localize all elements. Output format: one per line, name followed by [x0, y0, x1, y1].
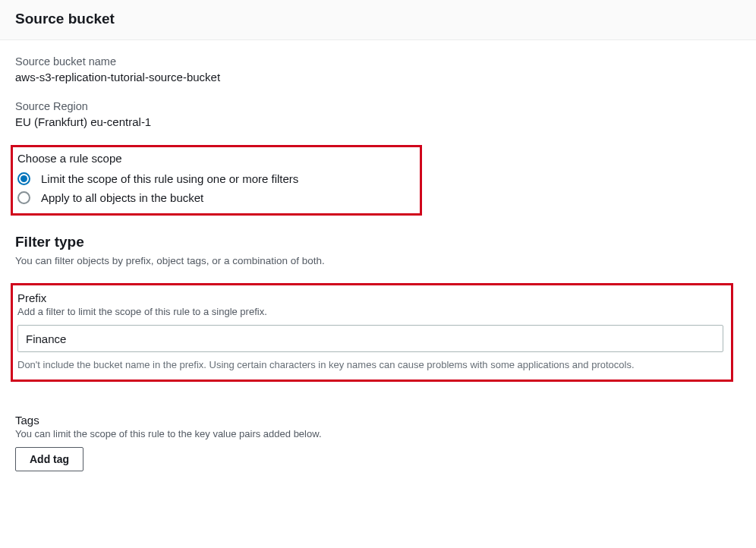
rule-scope-highlight: Choose a rule scope Limit the scope of t…	[11, 145, 422, 216]
source-bucket-name-block: Source bucket name aws-s3-replication-tu…	[15, 55, 741, 83]
panel-body: Source bucket name aws-s3-replication-tu…	[0, 40, 756, 388]
source-bucket-name-value: aws-s3-replication-tutorial-source-bucke…	[15, 71, 741, 83]
tags-desc: You can limit the scope of this rule to …	[15, 428, 741, 439]
prefix-desc: Add a filter to limit the scope of this …	[17, 306, 723, 317]
source-region-value: EU (Frankfurt) eu-central-1	[15, 115, 741, 128]
source-region-label: Source Region	[15, 100, 741, 112]
radio-scope-filters[interactable]: Limit the scope of this rule using one o…	[17, 169, 415, 188]
rule-scope-title: Choose a rule scope	[17, 152, 415, 165]
radio-scope-all[interactable]: Apply to all objects in the bucket	[17, 188, 415, 207]
prefix-label: Prefix	[17, 291, 723, 304]
radio-icon	[17, 172, 30, 185]
prefix-input[interactable]	[17, 325, 723, 352]
source-bucket-name-label: Source bucket name	[15, 55, 741, 68]
radio-scope-all-label: Apply to all objects in the bucket	[41, 191, 203, 204]
tags-block: Tags You can limit the scope of this rul…	[0, 388, 756, 477]
radio-icon	[17, 191, 30, 204]
add-tag-button[interactable]: Add tag	[15, 447, 83, 471]
filter-type-heading: Filter type	[15, 234, 741, 250]
prefix-hint: Don't include the bucket name in the pre…	[17, 358, 723, 372]
panel-title: Source bucket	[15, 11, 741, 27]
source-region-block: Source Region EU (Frankfurt) eu-central-…	[15, 100, 741, 128]
tags-label: Tags	[15, 414, 741, 427]
filter-type-desc: You can filter objects by prefix, object…	[15, 255, 741, 266]
panel-header: Source bucket	[0, 0, 756, 40]
radio-scope-filters-label: Limit the scope of this rule using one o…	[41, 172, 298, 185]
prefix-highlight: Prefix Add a filter to limit the scope o…	[11, 283, 733, 382]
